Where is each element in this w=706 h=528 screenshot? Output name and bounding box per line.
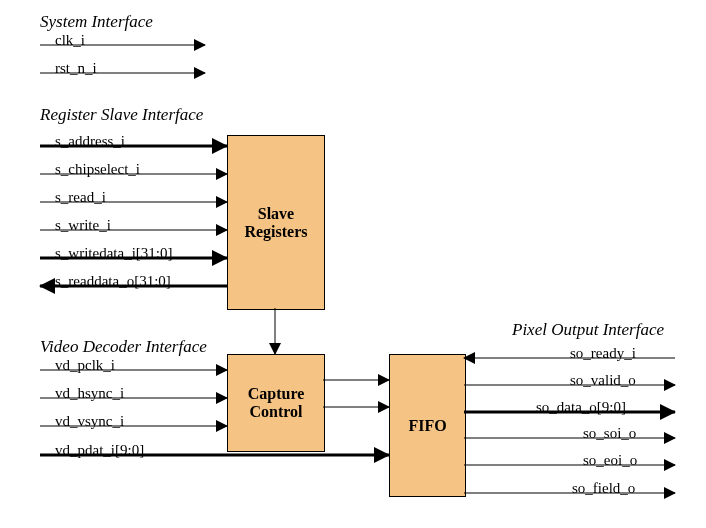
signal-vd-vsync: vd_vsync_i bbox=[55, 413, 124, 430]
section-title-pixout: Pixel Output Interface bbox=[512, 320, 664, 340]
signal-vd-pdat: vd_pdat_i[9:0] bbox=[55, 442, 144, 459]
signal-s-read: s_read_i bbox=[55, 189, 106, 206]
signal-so-ready: so_ready_i bbox=[570, 345, 636, 362]
signal-so-valid: so_valid_o bbox=[570, 372, 636, 389]
diagram-canvas: { "sections": { "system": { "title": "Sy… bbox=[0, 0, 706, 528]
signal-so-field: so_field_o bbox=[572, 480, 635, 497]
section-title-system: System Interface bbox=[40, 12, 153, 32]
signal-vd-hsync: vd_hsync_i bbox=[55, 385, 124, 402]
signal-vd-pclk: vd_pclk_i bbox=[55, 357, 115, 374]
signal-clk: clk_i bbox=[55, 32, 85, 49]
signal-so-data: so_data_o[9:0] bbox=[536, 399, 626, 416]
section-title-regslave: Register Slave Interface bbox=[40, 105, 203, 125]
signal-s-rdata: s_readdata_o[31:0] bbox=[55, 273, 171, 290]
signal-s-addr: s_address_i bbox=[55, 133, 125, 150]
signal-s-cs: s_chipselect_i bbox=[55, 161, 140, 178]
signal-s-wdata: s_writedata_i[31:0] bbox=[55, 245, 172, 262]
signal-so-soi: so_soi_o bbox=[583, 425, 636, 442]
block-fifo: FIFO bbox=[389, 354, 466, 497]
section-title-vdec: Video Decoder Interface bbox=[40, 337, 207, 357]
block-slave-registers: Slave Registers bbox=[227, 135, 325, 310]
signal-so-eoi: so_eoi_o bbox=[583, 452, 637, 469]
signal-rst: rst_n_i bbox=[55, 60, 97, 77]
block-capture-control: Capture Control bbox=[227, 354, 325, 452]
signal-s-write: s_write_i bbox=[55, 217, 111, 234]
